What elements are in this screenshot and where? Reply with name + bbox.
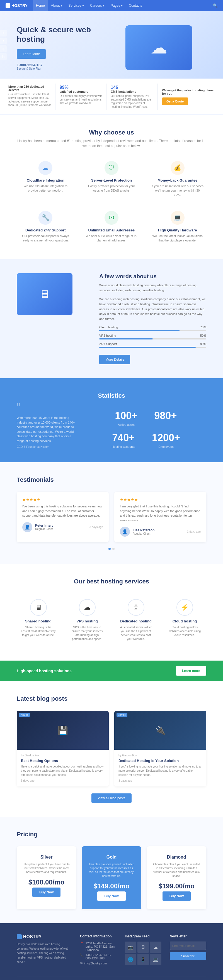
tech-icon: 💾	[58, 725, 68, 735]
footer-contacts-title: Contact Information	[80, 934, 116, 938]
stat-employees-label: Employees	[152, 445, 180, 449]
support-desc: Our professional support is always ready…	[19, 234, 72, 243]
progress-cloud: Cloud hosting 75%	[99, 326, 206, 331]
get-quote-button[interactable]: Get a Quote	[162, 97, 188, 105]
insta-cell-3[interactable]: ☁	[150, 942, 161, 953]
moneyback-icon: 💰	[170, 161, 185, 175]
diamond-buy-button[interactable]: Buy Now	[162, 891, 191, 901]
footer-instagram: Instagram Feed 📷 🖥 ☁ 🌐 📱 💻	[125, 934, 161, 968]
silver-buy-button[interactable]: Buy Now	[32, 888, 61, 897]
google-icon[interactable]: g	[0, 45, 7, 52]
protection-title: Server-Level Protection	[86, 178, 138, 182]
twitter-icon[interactable]: t	[0, 38, 7, 44]
progress-support-fill	[99, 347, 196, 348]
view-all-posts-button[interactable]: View all blog posts	[91, 794, 131, 803]
why-section: Why choose us Hostry has been numerous r…	[0, 115, 223, 259]
stat-servers-label: More than 250 dedicated servers	[8, 85, 53, 92]
test-stars-2: ★★★★★	[120, 497, 201, 502]
nav-link-about[interactable]: About ▾	[48, 0, 65, 11]
stat-cta-text: We've got the perfect hosting plans for …	[162, 89, 215, 95]
blog-post-1: 💾 Advice by Gardon Fox Best Hosting Opti…	[17, 711, 109, 786]
newsletter-subscribe-button[interactable]: Subscribe	[170, 952, 206, 960]
pricing-diamond: Diamond Choose this plan if you want unl…	[147, 846, 206, 909]
pricing-section: Pricing Silver This plan is perfect if y…	[0, 817, 223, 923]
nav-link-careers[interactable]: Careers ▾	[87, 0, 107, 11]
stat-customers-label: satisfied customers	[60, 90, 104, 93]
diamond-plan-desc: Choose this plan if you want unlimited i…	[153, 862, 201, 878]
hero-image	[112, 25, 206, 70]
newsletter-email-input[interactable]	[170, 942, 206, 950]
testimonial-1: ★★★★★ I've been using this hosting solut…	[17, 492, 109, 542]
insta-cell-4[interactable]: 🌐	[125, 954, 136, 965]
dedicated-hosting-desc: A dedicated server will let you use the …	[118, 625, 153, 641]
progress-vps-bar	[99, 338, 206, 339]
footer-phone: 📞 1-800-1234-167 1-800-1234-168	[80, 953, 116, 960]
blog-tag-1: Advice	[19, 713, 30, 717]
statistics-section: Statistics " With more than 15 years in …	[0, 378, 223, 462]
testimonials-section: Testimonials ★★★★★ I've been using this …	[0, 462, 223, 564]
insta-cell-5[interactable]: 📱	[137, 954, 149, 965]
hosting-services-section: Our best hosting services 🖥 Shared hosti…	[0, 564, 223, 660]
dot-1[interactable]	[108, 548, 111, 550]
progress-cloud-value: 75%	[200, 326, 206, 329]
cta-learn-more-button[interactable]: Learn more	[176, 666, 206, 676]
test-author-2: 👤 Lisa Paterson Regular Client 3 days ag…	[120, 527, 201, 537]
pricing-grid: Silver This plan is perfect if you have …	[17, 846, 206, 909]
shared-hosting-icon: 🖥	[30, 599, 47, 616]
nav-logo[interactable]: HOSTRY	[6, 3, 28, 8]
insta-cell-2[interactable]: 🖥	[137, 942, 149, 953]
dedicated-hosting-name: Dedicated hosting	[118, 619, 153, 623]
diamond-plan-name: Diamond	[153, 855, 201, 860]
insta-cell-1[interactable]: 📷	[125, 942, 136, 953]
instagram-icon[interactable]: in	[0, 53, 7, 60]
dot-2[interactable]	[112, 548, 115, 550]
email-desc: We offer our clients a vast range of in-…	[86, 234, 138, 243]
footer-contacts: Contact Information 📍 1234 North Avenue …	[80, 934, 116, 968]
search-icon[interactable]: 🔍	[213, 3, 217, 8]
test-author-1: 👤 Peter Interv Regular Client 3 days ago	[22, 522, 103, 532]
dedicated-hosting-icon: 🗄	[127, 599, 144, 616]
nav-link-services[interactable]: Services ▾	[66, 0, 87, 11]
progress-vps: VPS hosting 50%	[99, 334, 206, 339]
hero-section: f t g in Quick & secure web hosting Lear…	[0, 11, 223, 78]
nav-link-pages[interactable]: Pages ▾	[108, 0, 126, 11]
stat-cta: We've got the perfect hosting plans for …	[159, 84, 217, 110]
email-icon: ✉	[105, 211, 118, 225]
stat-cms-label: CMS installations	[111, 90, 155, 93]
progress-vps-value: 50%	[200, 334, 206, 337]
stat-employees-num: 1200+	[152, 432, 180, 444]
nav-links: Home About ▾ Services ▾ Careers ▾ Pages …	[33, 0, 213, 11]
hero-learn-more-button[interactable]: Learn More	[17, 49, 46, 59]
blog-tag-2: Advice	[116, 713, 127, 717]
about-more-details-button[interactable]: More Details	[99, 355, 130, 364]
feature-hardware: 💻 High Quality Hardware We use the lates…	[148, 208, 206, 245]
dedicated-hosting-card: 🗄 Dedicated hosting A dedicated server w…	[114, 593, 158, 647]
about-text2: We are a leading web hosting solutions c…	[99, 297, 206, 321]
nav-link-home[interactable]: Home	[33, 0, 48, 11]
nav-link-contacts[interactable]: Contacts	[126, 0, 145, 11]
shared-hosting-desc: Shared hosting is the easiest most affor…	[21, 625, 56, 637]
about-visual: 🖥	[17, 273, 88, 315]
footer-address: 📍 1234 North Avenue Luke, PC 54321, San …	[80, 942, 116, 951]
hero-content: Quick & secure web hosting Learn More 1-…	[17, 25, 112, 70]
gold-buy-button[interactable]: Buy Now	[97, 891, 126, 901]
hero-title: Quick & secure web hosting	[17, 25, 112, 44]
feature-cloudflare: ☁ Cloudflare Integration We use Cloudfla…	[17, 158, 75, 200]
stat-servers: More than 250 dedicated servers Our infr…	[6, 84, 56, 110]
insta-cell-6[interactable]: 💻	[150, 954, 161, 965]
hardware-title: High Quality Hardware	[151, 228, 204, 232]
silver-plan-price: $100.00/mo	[22, 878, 70, 886]
cloud-hosting-icon: ⚡	[177, 599, 193, 616]
stats-numbers-area: 100+ Active users 980+ 740+ Hosting acco…	[86, 402, 206, 449]
test-name-1: Peter Interv	[35, 523, 54, 527]
testimonials-grid: ★★★★★ I've been using this hosting solut…	[17, 492, 206, 542]
stat-active-users-num: 100+	[115, 410, 137, 422]
test-avatar-2: 👤	[120, 527, 130, 537]
footer-instagram-title: Instagram Feed	[125, 934, 161, 938]
cta-text: High-speed hosting solutions	[17, 669, 72, 673]
facebook-icon[interactable]: f	[0, 30, 7, 37]
test-date-1: 3 days ago	[89, 525, 103, 528]
logo-icon	[6, 3, 10, 8]
cloud-hosting-name: Cloud hosting	[167, 619, 202, 623]
stats-bar: More than 250 dedicated servers Our infr…	[0, 78, 223, 115]
